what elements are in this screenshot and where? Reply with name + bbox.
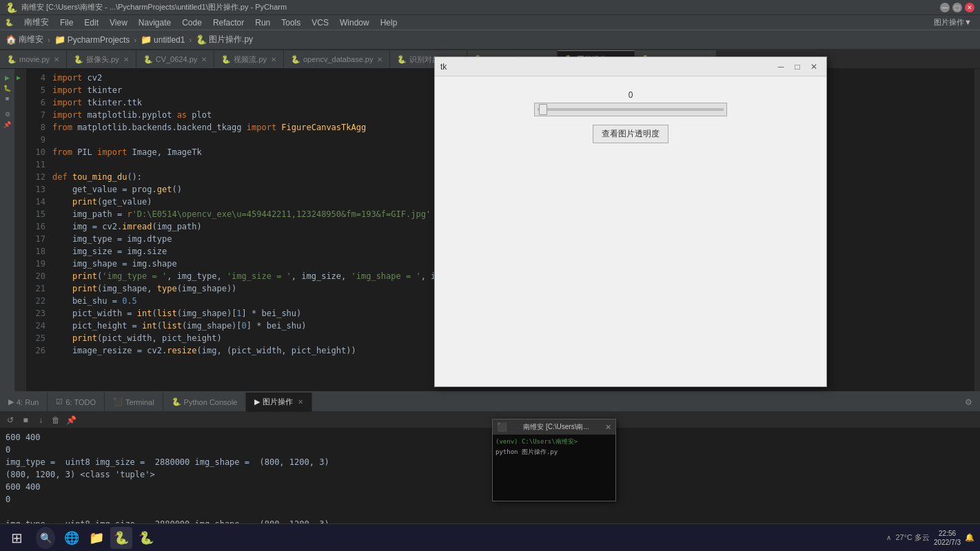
run-tab-icon: ▶ [8, 397, 14, 406]
view-transparency-btn[interactable]: 查看图片透明度 [593, 125, 668, 143]
breadcrumb-file[interactable]: 🐍 图片操作.py [196, 34, 253, 45]
todo-icon: ☑ [56, 397, 63, 406]
menu-tools[interactable]: Tools [276, 17, 305, 29]
weather-temp: 27°C 多云 [895, 532, 930, 543]
terminal-mini-icon: ⬛ [497, 422, 507, 432]
clear-btn[interactable]: 🗑 [50, 414, 62, 426]
rerun-btn[interactable]: ↺ [4, 414, 17, 426]
stop-run-btn[interactable]: ■ [19, 414, 32, 426]
tab-close-movie[interactable]: ✕ [54, 56, 59, 63]
breadcrumb-projects[interactable]: 📁 PycharmProjects [54, 34, 130, 45]
pin-icon[interactable]: 📌 [3, 121, 11, 128]
imgops-tab-close[interactable]: ✕ [298, 398, 303, 406]
menu-help[interactable]: Help [376, 17, 402, 29]
tk-title: tk [440, 62, 447, 72]
breadcrumb-home[interactable]: 🏠 南维安 [6, 34, 43, 45]
menu-window[interactable]: Window [335, 17, 374, 29]
menu-vcs[interactable]: VCS [307, 17, 334, 29]
menu-bar: 🐍 南维安 File Edit View Navigate Code Refac… [0, 15, 980, 30]
line-num: 12 [26, 171, 45, 183]
taskbar-edge-icon[interactable]: 🌐 [61, 527, 83, 549]
console-line: 0 [6, 493, 974, 506]
tk-slider[interactable] [534, 103, 727, 116]
console-output: 600 400 0 img_type = uint8 img_size = 28… [0, 428, 980, 536]
stop-button[interactable]: ■ [6, 95, 9, 102]
tab-movie[interactable]: 🐍 movie.py ✕ [0, 50, 67, 68]
tk-content: 0 查看图片透明度 [435, 76, 826, 386]
tab-close-camera[interactable]: ✕ [123, 56, 129, 63]
console-line: 0 [6, 444, 974, 456]
line-num: 23 [26, 307, 45, 320]
terminal-mini-title: 南维安 [C:\Users\南... [523, 422, 589, 432]
menu-edit[interactable]: Edit [79, 17, 103, 29]
terminal-mini-titlebar: ⬛ 南维安 [C:\Users\南... ✕ [493, 419, 615, 435]
menu-file[interactable]: File [55, 17, 78, 29]
menu-view[interactable]: View [105, 17, 132, 29]
slider-value: 0 [629, 90, 633, 100]
close-btn[interactable]: ✕ [965, 3, 974, 12]
slider-thumb[interactable] [539, 104, 547, 115]
line-num: 15 [26, 208, 45, 220]
folder-icon: 📁 [54, 34, 65, 45]
breadcrumb-untitled[interactable]: 📁 untitled1 [141, 34, 185, 45]
taskbar-pycharm-icon[interactable]: 🐍 [110, 527, 132, 549]
menu-navigate[interactable]: Navigate [134, 17, 176, 29]
tab-run[interactable]: ▶ 4: Run [0, 393, 48, 412]
maximize-btn[interactable]: □ [952, 3, 962, 12]
pin-btn[interactable]: 📌 [65, 414, 77, 426]
tab-python-console[interactable]: 🐍 Python Console [163, 393, 247, 412]
tab-close-videostream[interactable]: ✕ [271, 56, 276, 63]
py-icon-5: 🐍 [291, 55, 300, 64]
tab-close-opencv-db[interactable]: ✕ [377, 56, 382, 63]
tk-minimize[interactable]: ─ [774, 61, 788, 72]
folder-icon-2: 📁 [141, 34, 152, 45]
menu-code[interactable]: Code [177, 17, 207, 29]
tab-videostream[interactable]: 🐍 视频流.py ✕ [214, 50, 284, 68]
line-num: 20 [26, 270, 45, 282]
menu-nweinan[interactable]: 南维安 [19, 15, 54, 30]
menu-refactor[interactable]: Refactor [208, 17, 249, 29]
line-num: 11 [26, 158, 45, 171]
start-button[interactable]: ⊞ [0, 524, 33, 552]
tk-close[interactable]: ✕ [807, 61, 821, 72]
app-logo: 🐍 [6, 2, 17, 13]
menu-run[interactable]: Run [250, 17, 275, 29]
line-num: 5 [26, 84, 45, 96]
tab-opencv-db[interactable]: 🐍 opencv_database.py ✕ [284, 50, 391, 68]
tk-titlebar: tk ─ □ ✕ [435, 57, 826, 76]
taskbar-search-btn[interactable]: 🔍 [36, 527, 55, 549]
tab-terminal[interactable]: ⬛ Terminal [105, 393, 163, 412]
tk-maximize[interactable]: □ [790, 61, 804, 72]
line-num: 24 [26, 320, 45, 332]
settings-btn[interactable]: ⚙ [962, 396, 974, 408]
build-icon[interactable]: ⚙ [5, 111, 10, 118]
scroll-gutter[interactable] [974, 69, 980, 391]
tab-close-cv0624[interactable]: ✕ [201, 56, 207, 63]
py-file-icon: 🐍 [196, 34, 207, 45]
line-num: 9 [26, 134, 45, 146]
console-line: (800, 1200, 3) <class 'tuple'> [6, 468, 974, 481]
taskbar-explorer-icon[interactable]: 📁 [85, 527, 108, 549]
line-num: 10 [26, 146, 45, 158]
tab-imgops-run[interactable]: ▶ 图片操作 ✕ [246, 393, 312, 412]
tab-cv0624[interactable]: 🐍 CV_0624.py ✕ [136, 50, 215, 68]
run-arrow: ▶ [17, 72, 21, 84]
system-clock[interactable]: 22:56 2022/7/3 [934, 529, 961, 547]
console-line [6, 506, 974, 518]
line-num: 14 [26, 196, 45, 208]
tab-todo[interactable]: ☑ 6: TODO [48, 393, 105, 412]
terminal-code: python 图片操作.py [496, 448, 613, 457]
run-button[interactable]: ▶ [5, 74, 10, 81]
terminal-mini-close[interactable]: ✕ [605, 423, 611, 432]
scroll-end-btn[interactable]: ↓ [34, 414, 47, 426]
debug-button[interactable]: 🐛 [3, 85, 11, 92]
py-icon-6: 🐍 [397, 55, 407, 64]
line-num: 25 [26, 332, 45, 344]
line-num: 18 [26, 245, 45, 258]
minimize-btn[interactable]: ─ [940, 3, 950, 12]
tray-expand[interactable]: ∧ [886, 534, 891, 541]
taskbar-py-icon[interactable]: 🐍 [135, 527, 157, 549]
notification-icon[interactable]: 🔔 [965, 533, 974, 542]
tab-camera[interactable]: 🐍 摄像头.py ✕ [67, 50, 136, 68]
run-config: 图片操作▼ [928, 17, 977, 28]
